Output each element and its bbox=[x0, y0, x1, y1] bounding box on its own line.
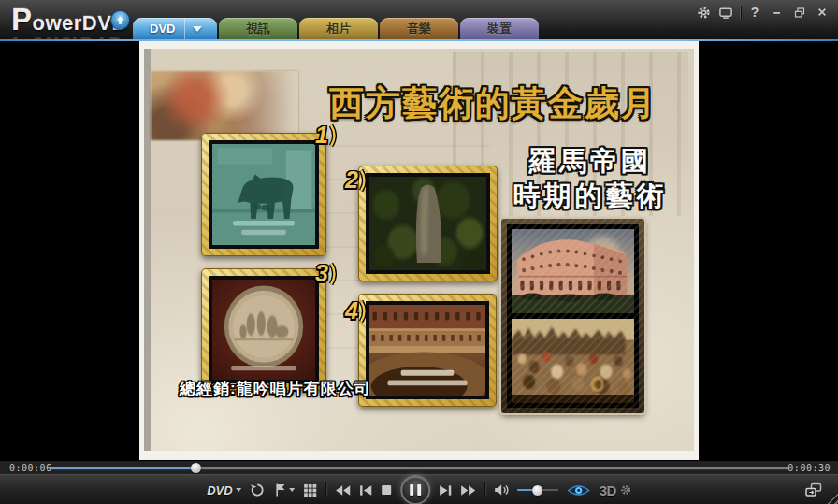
dvd-menu-screen: 西方藝術的黃金歲月 羅馬帝國 時期的藝術 bbox=[139, 41, 699, 460]
fast-forward-icon bbox=[461, 484, 477, 497]
minimize-button[interactable] bbox=[769, 5, 786, 20]
tab-dvd-dropdown[interactable] bbox=[184, 18, 202, 39]
chevron-down-icon bbox=[237, 488, 242, 492]
chapter-2-number-badge: 2 bbox=[345, 166, 368, 194]
chapter-3-number-badge: 3 bbox=[315, 260, 338, 287]
tab-music[interactable]: 音樂 bbox=[380, 18, 458, 39]
distributor-text: 總經銷:龍吟唱片有限公司 bbox=[180, 378, 371, 399]
chevron-down-icon bbox=[290, 488, 296, 492]
chapter-4-number: 4 bbox=[345, 297, 358, 324]
volume-handle[interactable] bbox=[533, 485, 543, 496]
tv-mode-button[interactable] bbox=[717, 5, 734, 20]
tab-music-label: 音樂 bbox=[407, 21, 431, 37]
close-icon bbox=[816, 7, 828, 18]
display-switch-icon bbox=[804, 482, 823, 497]
controls-separator bbox=[485, 482, 486, 497]
duration-time: 0:00:30 bbox=[787, 463, 831, 473]
rewind-button[interactable] bbox=[336, 480, 352, 500]
titlebar: PowerDVD PowerDVD DVD 視訊 相片 音樂 bbox=[0, 0, 838, 39]
tab-dvd-label: DVD bbox=[150, 22, 175, 36]
restore-button[interactable] bbox=[791, 5, 808, 20]
chapter-3-thumbnail[interactable] bbox=[201, 268, 326, 391]
3d-button[interactable]: 3D bbox=[600, 480, 631, 500]
tab-video[interactable]: 視訊 bbox=[219, 18, 297, 39]
display-switch-button[interactable] bbox=[804, 482, 823, 501]
truetheater-eye-icon bbox=[568, 483, 591, 497]
chapter-4-thumbnail[interactable] bbox=[358, 294, 497, 407]
stone-statue-image bbox=[369, 177, 486, 270]
colosseum-interior-image bbox=[369, 305, 485, 396]
next-icon bbox=[440, 484, 453, 497]
titlebar-separator bbox=[740, 6, 741, 19]
chapter-3-number: 3 bbox=[315, 260, 328, 287]
seek-handle[interactable] bbox=[191, 463, 201, 473]
pause-button[interactable] bbox=[401, 475, 431, 504]
painting-fade-overlay bbox=[151, 71, 298, 140]
seek-bar-fill bbox=[49, 467, 196, 469]
menu-topic-line2: 時期的藝術 bbox=[488, 179, 692, 213]
dvd-source-label: DVD bbox=[207, 483, 232, 497]
pause-icon-bar2 bbox=[418, 484, 422, 496]
stop-icon bbox=[382, 484, 393, 496]
fast-forward-button[interactable] bbox=[461, 480, 477, 500]
powerdvd-window: PowerDVD PowerDVD DVD 視訊 相片 音樂 bbox=[0, 0, 838, 504]
repeat-button[interactable] bbox=[251, 480, 266, 500]
close-button[interactable] bbox=[814, 5, 831, 20]
up-arrow-icon bbox=[115, 15, 125, 25]
resize-grip[interactable] bbox=[826, 492, 838, 504]
next-button[interactable] bbox=[440, 480, 453, 500]
tab-dvd[interactable]: DVD bbox=[133, 18, 217, 39]
grid-menu-icon bbox=[304, 483, 318, 497]
menu-topic-line1: 羅馬帝國 bbox=[488, 144, 692, 179]
badge-arc bbox=[329, 262, 338, 286]
seek-bar[interactable] bbox=[49, 467, 789, 469]
capitoline-wolf-image bbox=[212, 144, 315, 245]
video-area: 西方藝術的黃金歲月 羅馬帝國 時期的藝術 bbox=[0, 41, 838, 460]
chapter-2-image bbox=[366, 173, 490, 274]
stop-button[interactable] bbox=[382, 480, 393, 500]
mode-tabs: DVD 視訊 相片 音樂 裝置 bbox=[133, 18, 539, 39]
tab-device[interactable]: 裝置 bbox=[460, 18, 539, 39]
bookmark-icon bbox=[274, 482, 287, 497]
pause-icon bbox=[411, 484, 414, 496]
minimize-icon bbox=[772, 7, 783, 18]
chapter-2-thumbnail[interactable] bbox=[358, 166, 498, 281]
badge-arc bbox=[359, 168, 368, 193]
transport-controls: DVD bbox=[207, 475, 631, 504]
chapter-4-image bbox=[366, 301, 489, 399]
elapsed-time: 0:00:06 bbox=[9, 463, 52, 473]
window-controls: ? bbox=[695, 5, 831, 20]
dvd-menu-background: 西方藝術的黃金歲月 羅馬帝國 時期的藝術 bbox=[144, 49, 694, 451]
mute-button[interactable] bbox=[495, 480, 510, 500]
repeat-icon bbox=[251, 482, 266, 497]
restore-icon bbox=[793, 7, 806, 19]
bookmark-button[interactable] bbox=[274, 480, 296, 500]
chapter-1-number: 1 bbox=[315, 122, 328, 149]
dvd-source-button[interactable]: DVD bbox=[207, 480, 241, 500]
side-image-panel-mat bbox=[507, 224, 639, 408]
chapter-4-number-badge: 4 bbox=[345, 297, 368, 324]
chapter-1-image bbox=[209, 140, 319, 249]
control-bar: DVD bbox=[0, 474, 838, 504]
tab-device-label: 裝置 bbox=[487, 21, 512, 37]
settings-button[interactable] bbox=[695, 5, 712, 20]
side-image-panel bbox=[501, 219, 644, 413]
upgrade-button[interactable] bbox=[110, 10, 130, 30]
chapter-1-thumbnail[interactable] bbox=[201, 133, 326, 256]
help-button[interactable]: ? bbox=[746, 5, 763, 20]
roman-procession-painting-image bbox=[512, 319, 634, 403]
relief-medallion-image bbox=[212, 280, 315, 380]
colosseum-exterior-image bbox=[512, 229, 634, 313]
chapter-1-number-badge: 1 bbox=[315, 122, 338, 149]
volume-slider[interactable] bbox=[518, 489, 559, 491]
truetheater-button[interactable] bbox=[568, 480, 591, 500]
volume-icon bbox=[495, 483, 510, 497]
seek-row: 0:00:06 0:00:30 bbox=[0, 460, 838, 474]
chevron-down-icon bbox=[193, 26, 202, 32]
grid-menu-button[interactable] bbox=[304, 480, 318, 500]
badge-arc bbox=[359, 299, 368, 324]
chapter-2-number: 2 bbox=[345, 166, 358, 194]
3d-settings-gear-icon[interactable] bbox=[620, 484, 631, 496]
previous-button[interactable] bbox=[360, 480, 373, 500]
tab-photo[interactable]: 相片 bbox=[299, 18, 378, 39]
